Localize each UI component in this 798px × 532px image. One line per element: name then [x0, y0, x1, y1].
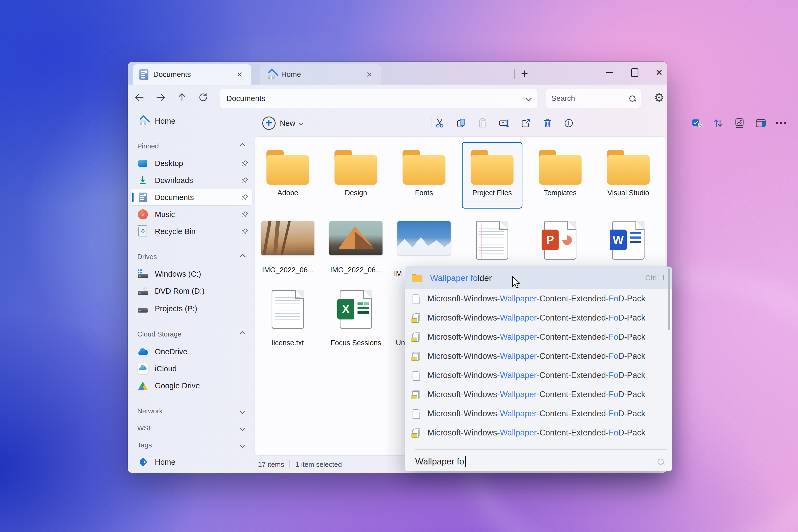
- tab-home[interactable]: Home: [260, 64, 381, 84]
- folder-icon: [412, 273, 423, 283]
- folder-tile[interactable]: Design: [326, 142, 386, 209]
- grid-cell: Design: [322, 141, 390, 210]
- sidebar-section-pinned[interactable]: Pinned: [137, 139, 252, 153]
- drive-c-icon: [137, 268, 148, 280]
- suggestion-list: Microsoft-Windows-Wallpaper-Content-Exte…: [405, 289, 672, 442]
- tab-documents[interactable]: Documents: [133, 64, 251, 84]
- chevron-down-icon[interactable]: [526, 95, 532, 101]
- new-tab-button[interactable]: +: [518, 66, 531, 81]
- maximize-button[interactable]: [623, 64, 646, 81]
- sidebar-section-drives[interactable]: Drives: [137, 250, 252, 264]
- view-button[interactable]: [731, 115, 748, 131]
- plus-icon: [262, 116, 276, 130]
- sidebar-item-desktop[interactable]: Desktop: [131, 155, 252, 171]
- sidebar-item-google-drive[interactable]: Google Drive: [131, 378, 252, 394]
- folder-label: Project Files: [472, 189, 512, 197]
- copy-button[interactable]: [453, 115, 470, 131]
- text-caret: [465, 456, 466, 467]
- select-all-toggle[interactable]: [689, 115, 706, 131]
- sort-button[interactable]: [710, 115, 727, 131]
- folder-tile[interactable]: Visual Studio: [598, 142, 659, 209]
- sidebar-section-network[interactable]: Network: [137, 404, 252, 418]
- settings-gear-button[interactable]: ⚙: [651, 88, 668, 107]
- rename-button[interactable]: [496, 115, 513, 131]
- sidebar-item-label: Documents: [155, 193, 235, 202]
- new-button[interactable]: New: [258, 114, 307, 132]
- folder-tile[interactable]: Templates: [530, 142, 590, 209]
- sidebar-item-icloud[interactable]: iCloud: [131, 361, 252, 377]
- details-info-button[interactable]: [560, 115, 577, 131]
- file-item-license[interactable]: license.txt: [254, 289, 322, 350]
- panes-button[interactable]: [752, 115, 769, 131]
- music-icon: ♪: [137, 209, 148, 220]
- sidebar-section-cloud-storage[interactable]: Cloud Storage: [137, 327, 252, 341]
- back-button[interactable]: [130, 88, 148, 107]
- up-button[interactable]: [173, 88, 191, 107]
- pin-icon: [242, 228, 248, 235]
- folder-icon: [468, 148, 517, 187]
- sidebar-item-documents[interactable]: Documents: [131, 189, 252, 205]
- sidebar-item-label: Downloads: [155, 176, 235, 185]
- suggestion-row[interactable]: Microsoft-Windows-Wallpaper-Content-Exte…: [405, 366, 672, 385]
- sidebar-item-projects[interactable]: Projects (P:): [131, 301, 252, 317]
- suggestion-row[interactable]: Microsoft-Windows-Wallpaper-Content-Exte…: [405, 423, 672, 442]
- sidebar-item-label: Projects (P:): [155, 304, 252, 313]
- suggestion-row-wallpaper-folder[interactable]: Wallpaper folder Ctrl+1: [405, 267, 672, 289]
- folder-tile[interactable]: Adobe: [258, 142, 318, 209]
- sidebar-section-wsl[interactable]: WSL: [137, 421, 252, 435]
- file-item-excel[interactable]: X Focus Sessions: [322, 289, 390, 350]
- section-title: Tags: [137, 441, 241, 449]
- popup-search-input[interactable]: Wallpaper fo: [415, 453, 664, 470]
- more-options-button[interactable]: •••: [773, 115, 790, 131]
- folder-tile[interactable]: Fonts: [394, 142, 454, 209]
- paste-button[interactable]: [474, 115, 491, 131]
- tab-close-icon[interactable]: [364, 69, 375, 80]
- image-thumbnail: [397, 221, 451, 255]
- refresh-button[interactable]: [194, 88, 212, 107]
- sidebar-item-recycle-bin[interactable]: ♻ Recycle Bin: [131, 224, 252, 240]
- cut-button[interactable]: [431, 115, 448, 131]
- status-separator: [289, 460, 290, 469]
- suggestion-text: Microsoft-Windows-Wallpaper-Content-Exte…: [428, 370, 665, 380]
- share-button[interactable]: [517, 115, 534, 131]
- popup-scrollbar[interactable]: [668, 268, 670, 330]
- document-tab-icon: [139, 69, 148, 80]
- suggestion-row[interactable]: Microsoft-Windows-Wallpaper-Content-Exte…: [405, 347, 672, 366]
- suggestion-text: Microsoft-Windows-Wallpaper-Content-Exte…: [428, 294, 665, 304]
- suggestion-row[interactable]: Microsoft-Windows-Wallpaper-Content-Exte…: [405, 289, 672, 308]
- suggestion-row[interactable]: Microsoft-Windows-Wallpaper-Content-Exte…: [405, 404, 672, 423]
- folder-tile[interactable]: Project Files: [462, 142, 522, 209]
- suggestion-row[interactable]: Microsoft-Windows-Wallpaper-Content-Exte…: [405, 327, 672, 347]
- close-button[interactable]: ✕: [647, 64, 671, 81]
- delete-button[interactable]: [539, 115, 556, 131]
- grid-cell: Project Files: [458, 141, 526, 210]
- suggestion-row[interactable]: Microsoft-Windows-Wallpaper-Content-Exte…: [405, 308, 672, 327]
- file-item-image[interactable]: IMG_2022_06...: [322, 220, 390, 281]
- sidebar-item-home[interactable]: Home: [131, 113, 252, 129]
- file-icon: [412, 370, 421, 381]
- sidebar-item-onedrive[interactable]: OneDrive: [131, 344, 252, 360]
- suggestion-row[interactable]: Microsoft-Windows-Wallpaper-Content-Exte…: [405, 385, 672, 404]
- selection-count: 1 item selected: [295, 460, 342, 469]
- file-label: Focus Sessions: [331, 339, 381, 347]
- sidebar-item-dvd-rom[interactable]: DVD Rom (D:): [131, 283, 252, 299]
- new-button-label: New: [280, 119, 295, 128]
- grid-cell: Visual Studio: [594, 141, 662, 210]
- shortcut-hint: Ctrl+1: [645, 274, 665, 282]
- minimize-button[interactable]: [598, 64, 621, 81]
- search-input[interactable]: Search: [546, 89, 641, 108]
- sidebar-item-downloads[interactable]: Downloads: [131, 172, 252, 188]
- tab-close-icon[interactable]: [234, 69, 245, 80]
- chevron-down-icon: [299, 121, 304, 126]
- sidebar-section-tags[interactable]: Tags: [137, 438, 252, 452]
- navigation-pane: Home Pinned Desktop Downloads Documents …: [128, 111, 255, 473]
- chevron-up-icon: [240, 143, 246, 149]
- file-icon: [412, 312, 421, 323]
- file-item-image[interactable]: IMG_2022_06...: [254, 220, 322, 281]
- forward-button[interactable]: [152, 88, 170, 107]
- sidebar-item-windows-c[interactable]: Windows (C:): [131, 266, 252, 282]
- sidebar-item-music[interactable]: ♪ Music: [131, 206, 252, 222]
- file-icon: [412, 351, 421, 361]
- address-bar[interactable]: Documents: [220, 89, 537, 108]
- suggestion-text: Microsoft-Windows-Wallpaper-Content-Exte…: [428, 352, 665, 361]
